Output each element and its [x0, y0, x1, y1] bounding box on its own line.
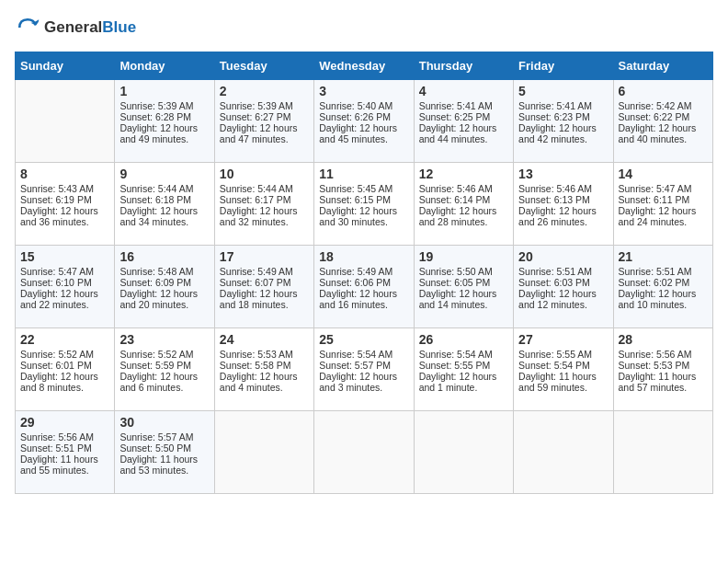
day-number: 25: [319, 332, 408, 347]
day-number: 20: [518, 249, 608, 264]
daylight-label: Daylight: 12 hours and 10 minutes.: [619, 288, 697, 310]
calendar-day-cell: 27Sunrise: 5:55 AMSunset: 5:54 PMDayligh…: [514, 328, 613, 411]
day-number: 24: [220, 332, 309, 347]
daylight-label: Daylight: 12 hours and 26 minutes.: [518, 205, 597, 227]
sunset: Sunset: 6:22 PM: [619, 111, 690, 122]
sunrise: Sunrise: 5:47 AM: [20, 266, 94, 277]
logo-icon: [15, 15, 40, 40]
day-number: 1: [119, 84, 209, 98]
sunrise: Sunrise: 5:44 AM: [119, 183, 193, 194]
logo: GeneralBlue: [15, 15, 136, 40]
daylight-label: Daylight: 12 hours and 28 minutes.: [419, 205, 497, 227]
day-number: 28: [619, 332, 708, 347]
calendar-day-cell: 15Sunrise: 5:47 AMSunset: 6:10 PMDayligh…: [16, 246, 115, 328]
sunrise: Sunrise: 5:41 AM: [419, 100, 493, 111]
sunrise: Sunrise: 5:47 AM: [619, 183, 692, 194]
calendar-day-cell: [16, 80, 115, 163]
daylight-label: Daylight: 12 hours and 8 minutes.: [20, 371, 98, 393]
calendar-day-cell: 30Sunrise: 5:57 AMSunset: 5:50 PMDayligh…: [115, 411, 214, 494]
sunrise: Sunrise: 5:56 AM: [20, 431, 94, 442]
daylight-label: Daylight: 11 hours and 57 minutes.: [619, 371, 697, 393]
sunset: Sunset: 6:17 PM: [220, 194, 291, 205]
calendar-day-cell: [314, 411, 414, 494]
daylight-label: Daylight: 12 hours and 24 minutes.: [619, 205, 697, 227]
weekday-header-cell: Saturday: [613, 52, 712, 80]
calendar-day-cell: 25Sunrise: 5:54 AMSunset: 5:57 PMDayligh…: [314, 328, 414, 411]
sunset: Sunset: 6:11 PM: [619, 194, 690, 205]
calendar-table: SundayMondayTuesdayWednesdayThursdayFrid…: [15, 52, 713, 494]
daylight-label: Daylight: 12 hours and 49 minutes.: [119, 122, 198, 144]
daylight-label: Daylight: 12 hours and 14 minutes.: [419, 288, 497, 310]
sunset: Sunset: 5:54 PM: [518, 360, 590, 371]
calendar-day-cell: 4Sunrise: 5:41 AMSunset: 6:25 PMDaylight…: [414, 80, 513, 163]
sunset: Sunset: 6:05 PM: [419, 277, 491, 288]
sunrise: Sunrise: 5:48 AM: [119, 266, 193, 277]
sunrise: Sunrise: 5:39 AM: [119, 100, 193, 111]
weekday-header-cell: Monday: [115, 52, 214, 80]
daylight-label: Daylight: 12 hours and 4 minutes.: [220, 371, 298, 393]
day-number: 13: [518, 167, 608, 181]
logo-text: GeneralBlue: [44, 18, 136, 37]
sunset: Sunset: 6:02 PM: [619, 277, 690, 288]
sunrise: Sunrise: 5:40 AM: [319, 100, 392, 111]
sunrise: Sunrise: 5:49 AM: [220, 266, 293, 277]
day-number: 19: [419, 249, 508, 264]
day-number: 10: [220, 167, 309, 181]
sunrise: Sunrise: 5:56 AM: [619, 349, 692, 360]
calendar-day-cell: 5Sunrise: 5:41 AMSunset: 6:23 PMDaylight…: [514, 80, 613, 163]
sunrise: Sunrise: 5:51 AM: [518, 266, 592, 277]
calendar-day-cell: [514, 411, 613, 494]
calendar-day-cell: 29Sunrise: 5:56 AMSunset: 5:51 PMDayligh…: [16, 411, 115, 494]
day-number: 18: [319, 249, 408, 264]
sunset: Sunset: 6:06 PM: [319, 277, 391, 288]
sunset: Sunset: 6:09 PM: [119, 277, 191, 288]
daylight-label: Daylight: 12 hours and 40 minutes.: [619, 122, 697, 144]
calendar-day-cell: 28Sunrise: 5:56 AMSunset: 5:53 PMDayligh…: [613, 328, 712, 411]
daylight-label: Daylight: 12 hours and 42 minutes.: [518, 122, 597, 144]
sunset: Sunset: 6:27 PM: [220, 111, 291, 122]
calendar-day-cell: 26Sunrise: 5:54 AMSunset: 5:55 PMDayligh…: [414, 328, 513, 411]
calendar-day-cell: 17Sunrise: 5:49 AMSunset: 6:07 PMDayligh…: [214, 246, 313, 328]
sunrise: Sunrise: 5:43 AM: [20, 183, 94, 194]
calendar-day-cell: 2Sunrise: 5:39 AMSunset: 6:27 PMDaylight…: [214, 80, 313, 163]
sunset: Sunset: 6:13 PM: [518, 194, 590, 205]
daylight-label: Daylight: 12 hours and 1 minute.: [419, 371, 497, 393]
day-number: 15: [20, 249, 109, 264]
calendar-day-cell: 21Sunrise: 5:51 AMSunset: 6:02 PMDayligh…: [613, 246, 712, 328]
day-number: 8: [20, 167, 109, 181]
daylight-label: Daylight: 11 hours and 53 minutes.: [119, 454, 198, 476]
weekday-header-cell: Sunday: [16, 52, 115, 80]
calendar-day-cell: 9Sunrise: 5:44 AMSunset: 6:18 PMDaylight…: [115, 163, 214, 246]
sunrise: Sunrise: 5:54 AM: [319, 349, 392, 360]
sunset: Sunset: 6:26 PM: [319, 111, 391, 122]
day-number: 12: [419, 167, 508, 181]
sunset: Sunset: 5:51 PM: [20, 442, 92, 454]
sunrise: Sunrise: 5:54 AM: [419, 349, 493, 360]
sunrise: Sunrise: 5:46 AM: [419, 183, 493, 194]
calendar-week-row: 15Sunrise: 5:47 AMSunset: 6:10 PMDayligh…: [16, 246, 713, 328]
weekday-header-cell: Wednesday: [314, 52, 414, 80]
day-number: 4: [419, 84, 508, 98]
sunset: Sunset: 6:07 PM: [220, 277, 291, 288]
sunrise: Sunrise: 5:44 AM: [220, 183, 293, 194]
day-number: 14: [619, 167, 708, 181]
sunset: Sunset: 6:14 PM: [419, 194, 491, 205]
calendar-day-cell: 18Sunrise: 5:49 AMSunset: 6:06 PMDayligh…: [314, 246, 414, 328]
sunset: Sunset: 6:18 PM: [119, 194, 191, 205]
sunset: Sunset: 5:58 PM: [220, 360, 291, 371]
calendar-day-cell: 19Sunrise: 5:50 AMSunset: 6:05 PMDayligh…: [414, 246, 513, 328]
sunrise: Sunrise: 5:57 AM: [119, 431, 193, 442]
calendar-day-cell: 1Sunrise: 5:39 AMSunset: 6:28 PMDaylight…: [115, 80, 214, 163]
daylight-label: Daylight: 12 hours and 22 minutes.: [20, 288, 98, 310]
sunset: Sunset: 5:55 PM: [419, 360, 491, 371]
calendar-day-cell: 11Sunrise: 5:45 AMSunset: 6:15 PMDayligh…: [314, 163, 414, 246]
day-number: 11: [319, 167, 408, 181]
daylight-label: Daylight: 12 hours and 44 minutes.: [419, 122, 497, 144]
weekday-header-cell: Thursday: [414, 52, 513, 80]
day-number: 16: [119, 249, 209, 264]
calendar-day-cell: 12Sunrise: 5:46 AMSunset: 6:14 PMDayligh…: [414, 163, 513, 246]
sunset: Sunset: 6:25 PM: [419, 111, 491, 122]
calendar-week-row: 8Sunrise: 5:43 AMSunset: 6:19 PMDaylight…: [16, 163, 713, 246]
calendar-day-cell: 13Sunrise: 5:46 AMSunset: 6:13 PMDayligh…: [514, 163, 613, 246]
sunrise: Sunrise: 5:51 AM: [619, 266, 692, 277]
